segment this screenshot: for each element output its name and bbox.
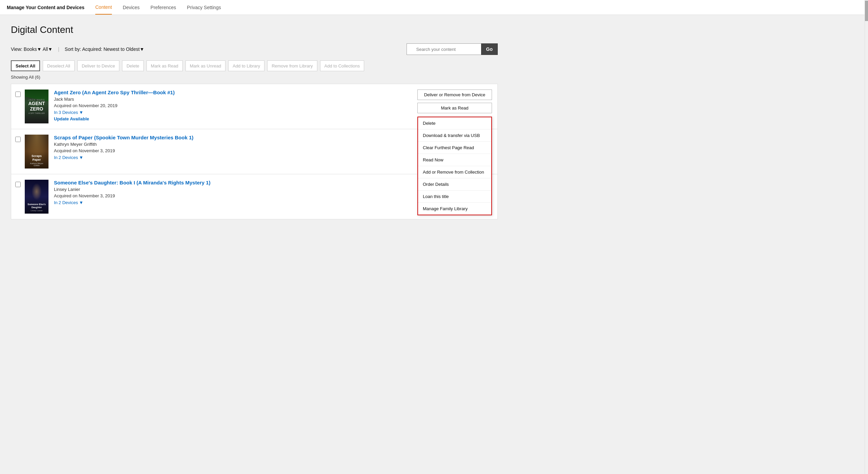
nav-content[interactable]: Content [95,0,112,15]
filter-left: View: Books▼ All▼ | Sort by: Acquired: N… [11,46,144,52]
book-info: Scraps of Paper (Spookie Town Murder Mys… [54,135,417,161]
book-devices[interactable]: In 3 Devices ▼ [54,110,83,115]
menu-item-delete[interactable]: Delete [418,117,491,130]
menu-item-clear-page[interactable]: Clear Furthest Page Read [418,142,491,154]
sort-dropdown[interactable]: Sort by: Acquired: Newest to Oldest▼ [65,46,144,52]
menu-item-add-remove-collection[interactable]: Add or Remove from Collection [418,166,491,178]
top-navigation: Manage Your Content and Devices Content … [0,0,868,15]
view-dropdown[interactable]: View: Books▼ All▼ [11,46,53,52]
nav-devices[interactable]: Devices [123,1,140,14]
scrollbar-thumb[interactable] [865,1,868,21]
mark-as-read-button[interactable]: Mark as Read [146,60,183,71]
book-devices[interactable]: In 2 Devices ▼ [54,155,83,160]
book-title[interactable]: Scraps of Paper (Spookie Town Murder Mys… [54,135,417,140]
book-cover: JACK MARS AGENTZERO A SPY THRILLER [25,90,48,123]
select-all-button[interactable]: Select All [11,60,40,71]
book-devices[interactable]: In 2 Devices ▼ [54,200,83,205]
mark-as-unread-button[interactable]: Mark as Unread [185,60,225,71]
nav-privacy[interactable]: Privacy Settings [187,1,221,14]
go-button[interactable]: Go [481,43,498,55]
deselect-all-button[interactable]: Deselect All [43,60,75,71]
book-info: Someone Else's Daughter: Book I (A Miran… [54,180,417,206]
book-actions: Deliver or Remove from Device Mark as Re… [417,90,492,113]
book-author: Kathryn Meyer Griffith [54,142,417,147]
remove-from-library-button[interactable]: Remove from Library [267,60,317,71]
showing-text: Showing All (6) [11,75,498,80]
filter-bar: View: Books▼ All▼ | Sort by: Acquired: N… [11,43,498,55]
filter-separator: | [58,46,59,52]
book-item: JACK MARS AGENTZERO A SPY THRILLER Agent… [11,84,498,129]
book-title[interactable]: Someone Else's Daughter: Book I (A Miran… [54,180,417,185]
scrollbar[interactable] [865,0,868,474]
brand-title: Manage Your Content and Devices [7,5,84,10]
search-input[interactable] [407,43,481,55]
deliver-remove-button[interactable]: Deliver or Remove from Device [417,90,492,100]
book-author: Jack Mars [54,97,417,102]
book-cover: Someone Else'sDaughter Linsey Lanier [25,180,48,214]
delete-button[interactable]: Delete [122,60,144,71]
book-cover: ScrapsPaper Kathryn Meyer Griffith [25,135,48,169]
book-acquired: Acquired on November 3, 2019 [54,148,417,153]
nav-preferences[interactable]: Preferences [151,1,176,14]
context-dropdown-menu: Delete Download & transfer via USB Clear… [417,117,492,215]
book-author: Linsey Lanier [54,187,417,192]
add-to-library-button[interactable]: Add to Library [228,60,264,71]
book-checkbox[interactable] [15,137,21,142]
search-area: 🔍 Go [407,43,498,55]
book-checkbox[interactable] [15,182,21,187]
menu-item-read-now[interactable]: Read Now [418,154,491,166]
add-to-collections-button[interactable]: Add to Collections [320,60,364,71]
action-bar: Select All Deselect All Deliver to Devic… [11,60,498,71]
menu-item-loan-title[interactable]: Loan this title [418,191,491,203]
book-list: JACK MARS AGENTZERO A SPY THRILLER Agent… [11,84,498,219]
menu-item-family-library[interactable]: Manage Family Library [418,203,491,215]
menu-item-order-details[interactable]: Order Details [418,178,491,191]
book-title[interactable]: Agent Zero (An Agent Zero Spy Thriller—B… [54,90,417,95]
book-acquired: Acquired on November 3, 2019 [54,193,417,198]
main-content: Digital Content View: Books▼ All▼ | Sort… [0,15,509,229]
book-update[interactable]: Update Available [54,116,417,121]
deliver-to-device-button[interactable]: Deliver to Device [77,60,119,71]
mark-read-button[interactable]: Mark as Read [417,103,492,113]
search-wrapper: 🔍 [407,43,481,55]
page-title: Digital Content [11,24,498,35]
menu-item-download-usb[interactable]: Download & transfer via USB [418,130,491,142]
book-acquired: Acquired on November 20, 2019 [54,103,417,108]
book-checkbox[interactable] [15,92,21,97]
book-info: Agent Zero (An Agent Zero Spy Thriller—B… [54,90,417,121]
